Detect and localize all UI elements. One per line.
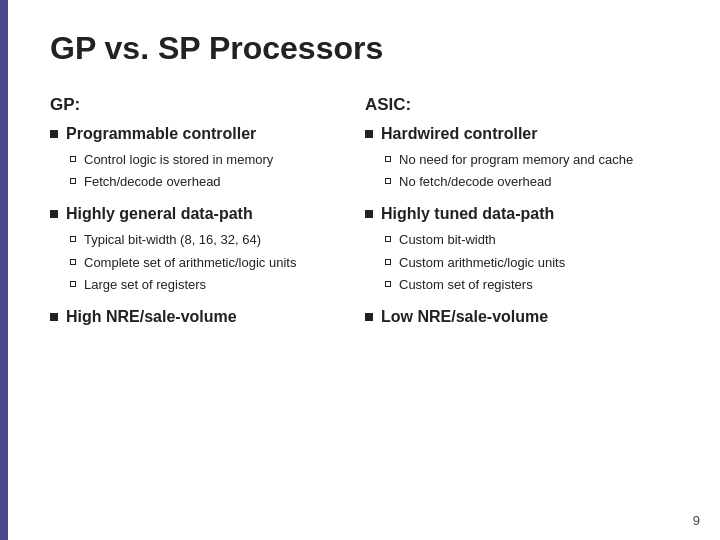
asic-sub-bullets-1: No need for program memory and cache No …: [385, 151, 680, 191]
gp-bullet-3-label: High NRE/sale-volume: [66, 308, 237, 326]
gp-sub-bullet-2-1: Typical bit-width (8, 16, 32, 64): [70, 231, 365, 249]
slide: GP vs. SP Processors GP: Programmable co…: [0, 0, 720, 540]
gp-sub-bullet-1-2-text: Fetch/decode overhead: [84, 173, 221, 191]
asic-bullet-2-label: Highly tuned data-path: [381, 205, 554, 223]
asic-sub-bullet-2-1: Custom bit-width: [385, 231, 680, 249]
asic-bullet-2: Highly tuned data-path: [365, 205, 680, 223]
asic-sub-bullet-1-1-icon: [385, 156, 391, 162]
asic-bullet-3-icon: [365, 313, 373, 321]
gp-bullet-1-label: Programmable controller: [66, 125, 256, 143]
asic-bullet-1-label: Hardwired controller: [381, 125, 537, 143]
gp-bullet-2-icon: [50, 210, 58, 218]
asic-sub-bullet-2-1-text: Custom bit-width: [399, 231, 496, 249]
asic-bullet-2-icon: [365, 210, 373, 218]
gp-sub-bullet-1-2-icon: [70, 178, 76, 184]
asic-sub-bullet-1-1-text: No need for program memory and cache: [399, 151, 633, 169]
gp-bullet-2: Highly general data-path: [50, 205, 365, 223]
asic-header: ASIC:: [365, 95, 680, 115]
slide-title: GP vs. SP Processors: [50, 30, 680, 67]
gp-sub-bullet-2-3: Large set of registers: [70, 276, 365, 294]
gp-sub-bullets-1: Control logic is stored in memory Fetch/…: [70, 151, 365, 191]
asic-sub-bullet-2-1-icon: [385, 236, 391, 242]
gp-bullet-3-icon: [50, 313, 58, 321]
asic-sub-bullet-1-2-icon: [385, 178, 391, 184]
asic-bullet-3-label: Low NRE/sale-volume: [381, 308, 548, 326]
asic-sub-bullet-1-1: No need for program memory and cache: [385, 151, 680, 169]
gp-sub-bullet-2-1-text: Typical bit-width (8, 16, 32, 64): [84, 231, 261, 249]
asic-bullet-1: Hardwired controller: [365, 125, 680, 143]
asic-sub-bullet-1-2: No fetch/decode overhead: [385, 173, 680, 191]
gp-header: GP:: [50, 95, 365, 115]
asic-sub-bullet-2-2: Custom arithmetic/logic units: [385, 254, 680, 272]
gp-sub-bullet-2-3-icon: [70, 281, 76, 287]
page-number: 9: [693, 513, 700, 528]
asic-sub-bullet-1-2-text: No fetch/decode overhead: [399, 173, 552, 191]
left-border-decoration: [0, 0, 8, 540]
gp-column: GP: Programmable controller Control logi…: [50, 95, 365, 334]
gp-bullet-3: High NRE/sale-volume: [50, 308, 365, 326]
asic-column: ASIC: Hardwired controller No need for p…: [365, 95, 680, 334]
asic-sub-bullet-2-2-text: Custom arithmetic/logic units: [399, 254, 565, 272]
gp-bullet-1: Programmable controller: [50, 125, 365, 143]
gp-sub-bullet-2-2: Complete set of arithmetic/logic units: [70, 254, 365, 272]
gp-sub-bullet-2-3-text: Large set of registers: [84, 276, 206, 294]
gp-bullet-1-icon: [50, 130, 58, 138]
asic-bullet-1-icon: [365, 130, 373, 138]
asic-sub-bullet-2-2-icon: [385, 259, 391, 265]
content-area: GP: Programmable controller Control logi…: [50, 95, 680, 334]
gp-sub-bullet-2-1-icon: [70, 236, 76, 242]
gp-sub-bullet-1-1-text: Control logic is stored in memory: [84, 151, 273, 169]
gp-sub-bullet-2-2-icon: [70, 259, 76, 265]
gp-bullet-2-label: Highly general data-path: [66, 205, 253, 223]
asic-sub-bullets-2: Custom bit-width Custom arithmetic/logic…: [385, 231, 680, 294]
asic-bullet-3: Low NRE/sale-volume: [365, 308, 680, 326]
gp-sub-bullet-1-2: Fetch/decode overhead: [70, 173, 365, 191]
gp-sub-bullet-1-1: Control logic is stored in memory: [70, 151, 365, 169]
gp-sub-bullet-2-2-text: Complete set of arithmetic/logic units: [84, 254, 296, 272]
gp-sub-bullets-2: Typical bit-width (8, 16, 32, 64) Comple…: [70, 231, 365, 294]
asic-sub-bullet-2-3-icon: [385, 281, 391, 287]
gp-sub-bullet-1-1-icon: [70, 156, 76, 162]
asic-sub-bullet-2-3: Custom set of registers: [385, 276, 680, 294]
asic-sub-bullet-2-3-text: Custom set of registers: [399, 276, 533, 294]
